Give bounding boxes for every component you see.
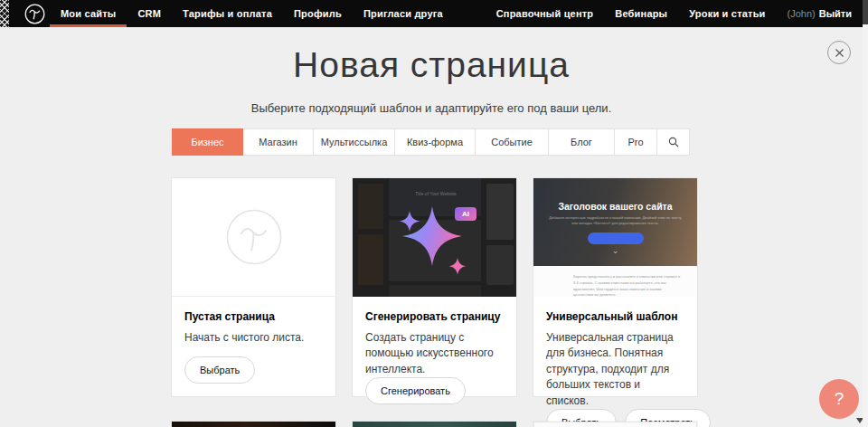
- template-category-tabs: Бизнес Магазин Мультиссылка Квиз-форма С…: [172, 128, 695, 156]
- new-page-modal-screen: Мои сайты CRM Тарифы и оплата Профиль Пр…: [0, 0, 868, 427]
- card-title: Универсальный шаблон: [546, 310, 684, 323]
- tab-multilink[interactable]: Мультиссылка: [313, 128, 395, 156]
- user-area: (John) Выйти: [777, 8, 852, 19]
- window-edge-pattern: [0, 0, 9, 27]
- nav-profile[interactable]: Профиль: [283, 0, 353, 27]
- nav-lessons[interactable]: Уроки и статьи: [678, 8, 776, 19]
- nav-webinars[interactable]: Вебинары: [604, 8, 678, 19]
- template-cards-row: Пустая страница Начать с чистого листа. …: [172, 178, 697, 396]
- tilda-watermark-icon: [226, 209, 282, 265]
- ai-sparkle-wrap: [353, 178, 516, 297]
- tab-pro[interactable]: Pro: [614, 128, 657, 156]
- topbar-spacer: [454, 0, 486, 27]
- universal-template-preview[interactable]: Заголовок вашего сайта Добавьте интересн…: [533, 178, 697, 297]
- logout-link[interactable]: Выйти: [819, 8, 852, 19]
- card-description: Начать с чистого листа.: [184, 330, 323, 346]
- nav-invite-friend[interactable]: Пригласи друга: [353, 0, 454, 27]
- tilda-logo-icon: [24, 4, 45, 24]
- chevron-down-icon: ⌄: [533, 247, 697, 254]
- template-card-partial[interactable]: [353, 422, 516, 427]
- tab-event[interactable]: Событие: [475, 128, 549, 156]
- blank-page-preview[interactable]: [172, 178, 335, 297]
- preview-subtext: Добавьте интересные подробности о вашей …: [548, 215, 684, 227]
- card-actions: Выбрать: [184, 356, 323, 384]
- preview-hero: Заголовок вашего сайта Добавьте интересн…: [533, 178, 697, 266]
- card-description: Универсальная страница для бизнеса. Поня…: [546, 330, 684, 409]
- nav-crm[interactable]: CRM: [127, 0, 172, 27]
- page-title: Новая страница: [0, 45, 863, 85]
- card-title: Пустая страница: [184, 310, 323, 323]
- card-description: Создать страницу с помощью искусственног…: [365, 330, 504, 377]
- preview-body-text: Коротко представьтесь и расскажите о ком…: [573, 274, 682, 297]
- template-cards-row-2: [172, 422, 697, 427]
- scrollbar[interactable]: [863, 0, 868, 427]
- ai-generate-preview[interactable]: Title of Your Website: [353, 178, 516, 297]
- card-universal-template: Заголовок вашего сайта Добавьте интересн…: [533, 178, 697, 396]
- nav-pricing[interactable]: Тарифы и оплата: [172, 0, 283, 27]
- search-icon: [668, 137, 679, 147]
- card-blank-page: Пустая страница Начать с чистого листа. …: [172, 178, 335, 396]
- topbar: Мои сайты CRM Тарифы и оплата Профиль Пр…: [0, 0, 868, 27]
- user-name: (John): [788, 8, 816, 19]
- generate-button[interactable]: Сгенерировать: [365, 377, 466, 404]
- help-chat-button[interactable]: ?: [819, 379, 859, 419]
- card-ai-generate: Title of Your Website: [353, 178, 516, 396]
- ai-badge: AI: [455, 207, 476, 221]
- page-subtitle: Выберите подходящий шаблон и адаптируйте…: [0, 101, 863, 115]
- ai-sparkle-icon: [353, 178, 516, 297]
- tab-search[interactable]: [656, 128, 690, 156]
- tab-quiz-form[interactable]: Квиз-форма: [394, 128, 476, 156]
- template-card-partial[interactable]: [533, 422, 697, 427]
- tab-blog[interactable]: Блог: [548, 128, 615, 156]
- preview-cta-button: [588, 232, 644, 244]
- card-actions: Сгенерировать: [365, 377, 504, 404]
- tab-store[interactable]: Магазин: [242, 128, 314, 156]
- card-body: Сгенерировать страницу Создать страницу …: [353, 297, 516, 417]
- help-question-mark: ?: [835, 389, 844, 409]
- scrollbar-thumb[interactable]: [863, 0, 868, 24]
- main-nav: Мои сайты CRM Тарифы и оплата Профиль Пр…: [50, 0, 454, 27]
- card-body: Универсальный шаблон Универсальная стран…: [533, 297, 697, 427]
- preview-heading: Заголовок вашего сайта: [533, 201, 697, 212]
- secondary-nav: Справочный центр Вебинары Уроки и статьи…: [486, 0, 868, 27]
- nav-my-sites[interactable]: Мои сайты: [50, 0, 127, 27]
- card-body: Пустая страница Начать с чистого листа. …: [172, 297, 335, 396]
- tab-business[interactable]: Бизнес: [172, 128, 243, 156]
- card-title: Сгенерировать страницу: [365, 310, 504, 323]
- template-card-partial[interactable]: [172, 422, 335, 427]
- tilda-logo[interactable]: [9, 0, 50, 27]
- nav-help-center[interactable]: Справочный центр: [486, 8, 605, 19]
- choose-blank-button[interactable]: Выбрать: [184, 356, 255, 384]
